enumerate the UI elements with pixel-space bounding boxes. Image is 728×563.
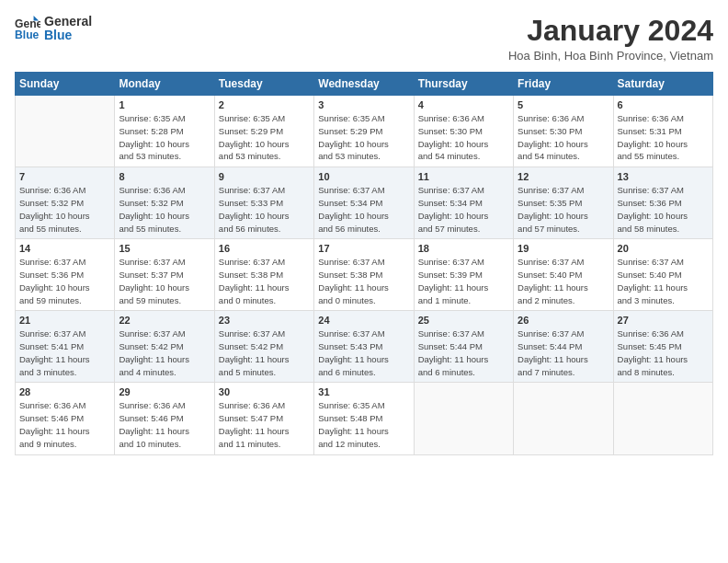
header: General Blue General Blue January 2024 H… <box>15 15 713 63</box>
day-info: Sunrise: 6:37 AM Sunset: 5:40 PM Dayligh… <box>518 256 609 306</box>
day-info: Sunrise: 6:37 AM Sunset: 5:42 PM Dayligh… <box>119 327 210 378</box>
day-number: 16 <box>219 243 310 254</box>
title-area: January 2024 Hoa Binh, Hoa Binh Province… <box>508 15 713 63</box>
calendar-cell: 14Sunrise: 6:37 AM Sunset: 5:36 PM Dayli… <box>16 239 115 311</box>
calendar-table: SundayMondayTuesdayWednesdayThursdayFrid… <box>15 72 713 454</box>
calendar-cell: 19Sunrise: 6:37 AM Sunset: 5:40 PM Dayli… <box>514 239 613 311</box>
day-number: 2 <box>219 99 310 110</box>
day-number: 6 <box>618 99 709 110</box>
page: General Blue General Blue January 2024 H… <box>0 0 728 563</box>
calendar-cell: 11Sunrise: 6:37 AM Sunset: 5:34 PM Dayli… <box>414 167 513 239</box>
calendar-cell: 17Sunrise: 6:37 AM Sunset: 5:38 PM Dayli… <box>314 239 414 311</box>
day-info: Sunrise: 6:35 AM Sunset: 5:29 PM Dayligh… <box>318 112 409 163</box>
day-number: 1 <box>119 99 210 110</box>
calendar-cell <box>613 383 712 454</box>
calendar-cell: 9Sunrise: 6:37 AM Sunset: 5:33 PM Daylig… <box>214 167 313 239</box>
week-row-5: 28Sunrise: 6:36 AM Sunset: 5:46 PM Dayli… <box>16 383 713 454</box>
day-info: Sunrise: 6:36 AM Sunset: 5:32 PM Dayligh… <box>119 184 210 235</box>
day-number: 7 <box>19 171 110 182</box>
calendar-cell: 24Sunrise: 6:37 AM Sunset: 5:43 PM Dayli… <box>314 311 414 383</box>
day-info: Sunrise: 6:35 AM Sunset: 5:29 PM Dayligh… <box>219 112 310 163</box>
day-info: Sunrise: 6:37 AM Sunset: 5:40 PM Dayligh… <box>618 256 709 306</box>
day-info: Sunrise: 6:36 AM Sunset: 5:31 PM Dayligh… <box>618 112 709 163</box>
day-number: 12 <box>518 171 609 182</box>
calendar-cell: 7Sunrise: 6:36 AM Sunset: 5:32 PM Daylig… <box>16 167 115 239</box>
calendar-cell: 10Sunrise: 6:37 AM Sunset: 5:34 PM Dayli… <box>314 167 414 239</box>
logo-general: General <box>44 15 92 29</box>
logo-blue: Blue <box>44 29 92 42</box>
day-number: 9 <box>219 171 310 182</box>
day-number: 29 <box>119 386 210 397</box>
calendar-cell: 30Sunrise: 6:36 AM Sunset: 5:47 PM Dayli… <box>214 383 313 454</box>
calendar-cell <box>414 383 513 454</box>
header-sunday: Sunday <box>16 73 115 96</box>
day-number: 20 <box>618 243 709 254</box>
day-info: Sunrise: 6:37 AM Sunset: 5:39 PM Dayligh… <box>418 256 509 306</box>
calendar-cell: 4Sunrise: 6:36 AM Sunset: 5:30 PM Daylig… <box>414 96 513 167</box>
svg-text:Blue: Blue <box>15 29 40 42</box>
day-info: Sunrise: 6:37 AM Sunset: 5:42 PM Dayligh… <box>219 327 310 378</box>
calendar-cell: 27Sunrise: 6:36 AM Sunset: 5:45 PM Dayli… <box>613 311 712 383</box>
day-info: Sunrise: 6:37 AM Sunset: 5:38 PM Dayligh… <box>219 256 310 306</box>
calendar-cell: 21Sunrise: 6:37 AM Sunset: 5:41 PM Dayli… <box>16 311 115 383</box>
day-number: 30 <box>219 386 310 397</box>
day-info: Sunrise: 6:36 AM Sunset: 5:30 PM Dayligh… <box>418 112 509 163</box>
day-number: 22 <box>119 315 210 326</box>
day-number: 4 <box>418 99 509 110</box>
day-number: 27 <box>618 315 709 326</box>
calendar-cell: 28Sunrise: 6:36 AM Sunset: 5:46 PM Dayli… <box>16 383 115 454</box>
week-row-4: 21Sunrise: 6:37 AM Sunset: 5:41 PM Dayli… <box>16 311 713 383</box>
calendar-cell: 8Sunrise: 6:36 AM Sunset: 5:32 PM Daylig… <box>115 167 214 239</box>
calendar-cell: 31Sunrise: 6:35 AM Sunset: 5:48 PM Dayli… <box>314 383 414 454</box>
day-number: 19 <box>518 243 609 254</box>
day-info: Sunrise: 6:37 AM Sunset: 5:43 PM Dayligh… <box>318 327 409 378</box>
calendar-cell: 22Sunrise: 6:37 AM Sunset: 5:42 PM Dayli… <box>115 311 214 383</box>
day-number: 26 <box>518 315 609 326</box>
day-number: 31 <box>318 386 409 397</box>
week-row-2: 7Sunrise: 6:36 AM Sunset: 5:32 PM Daylig… <box>16 167 713 239</box>
calendar-cell: 20Sunrise: 6:37 AM Sunset: 5:40 PM Dayli… <box>613 239 712 311</box>
day-info: Sunrise: 6:37 AM Sunset: 5:34 PM Dayligh… <box>418 184 509 235</box>
header-tuesday: Tuesday <box>214 73 313 96</box>
calendar-cell: 2Sunrise: 6:35 AM Sunset: 5:29 PM Daylig… <box>214 96 313 167</box>
calendar-cell: 6Sunrise: 6:36 AM Sunset: 5:31 PM Daylig… <box>613 96 712 167</box>
day-info: Sunrise: 6:36 AM Sunset: 5:47 PM Dayligh… <box>219 399 310 450</box>
day-info: Sunrise: 6:35 AM Sunset: 5:48 PM Dayligh… <box>318 399 409 450</box>
header-monday: Monday <box>115 73 214 96</box>
logo-icon: General Blue <box>15 16 40 41</box>
month-title: January 2024 <box>508 15 713 47</box>
day-info: Sunrise: 6:37 AM Sunset: 5:36 PM Dayligh… <box>618 184 709 235</box>
day-number: 25 <box>418 315 509 326</box>
day-info: Sunrise: 6:36 AM Sunset: 5:46 PM Dayligh… <box>119 399 210 450</box>
day-number: 15 <box>119 243 210 254</box>
calendar-cell: 15Sunrise: 6:37 AM Sunset: 5:37 PM Dayli… <box>115 239 214 311</box>
day-number: 5 <box>518 99 609 110</box>
location: Hoa Binh, Hoa Binh Province, Vietnam <box>508 49 713 63</box>
day-number: 23 <box>219 315 310 326</box>
logo: General Blue General Blue <box>15 15 92 43</box>
day-number: 3 <box>318 99 409 110</box>
calendar-cell: 13Sunrise: 6:37 AM Sunset: 5:36 PM Dayli… <box>613 167 712 239</box>
day-number: 10 <box>318 171 409 182</box>
calendar-cell: 29Sunrise: 6:36 AM Sunset: 5:46 PM Dayli… <box>115 383 214 454</box>
day-info: Sunrise: 6:36 AM Sunset: 5:30 PM Dayligh… <box>518 112 609 163</box>
calendar-cell: 26Sunrise: 6:37 AM Sunset: 5:44 PM Dayli… <box>514 311 613 383</box>
day-info: Sunrise: 6:36 AM Sunset: 5:45 PM Dayligh… <box>618 327 709 378</box>
day-info: Sunrise: 6:37 AM Sunset: 5:38 PM Dayligh… <box>318 256 409 306</box>
calendar-cell: 18Sunrise: 6:37 AM Sunset: 5:39 PM Dayli… <box>414 239 513 311</box>
day-info: Sunrise: 6:37 AM Sunset: 5:34 PM Dayligh… <box>318 184 409 235</box>
day-info: Sunrise: 6:37 AM Sunset: 5:44 PM Dayligh… <box>518 327 609 378</box>
day-info: Sunrise: 6:37 AM Sunset: 5:44 PM Dayligh… <box>418 327 509 378</box>
day-number: 18 <box>418 243 509 254</box>
header-friday: Friday <box>514 73 613 96</box>
calendar-cell: 23Sunrise: 6:37 AM Sunset: 5:42 PM Dayli… <box>214 311 313 383</box>
day-number: 8 <box>119 171 210 182</box>
day-info: Sunrise: 6:36 AM Sunset: 5:46 PM Dayligh… <box>19 399 110 450</box>
calendar-cell <box>514 383 613 454</box>
day-number: 21 <box>19 315 110 326</box>
calendar-cell: 3Sunrise: 6:35 AM Sunset: 5:29 PM Daylig… <box>314 96 414 167</box>
calendar-cell: 16Sunrise: 6:37 AM Sunset: 5:38 PM Dayli… <box>214 239 313 311</box>
day-number: 14 <box>19 243 110 254</box>
day-info: Sunrise: 6:37 AM Sunset: 5:35 PM Dayligh… <box>518 184 609 235</box>
calendar-cell: 5Sunrise: 6:36 AM Sunset: 5:30 PM Daylig… <box>514 96 613 167</box>
